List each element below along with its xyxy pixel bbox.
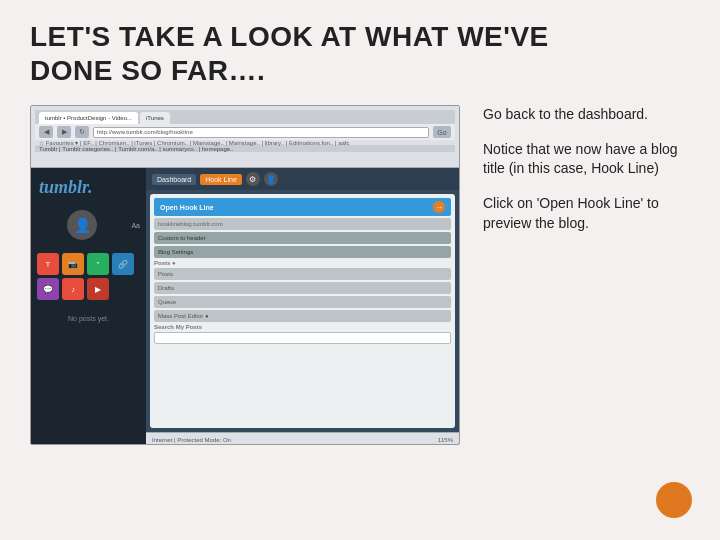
refresh-button[interactable]: ↻ xyxy=(75,126,89,138)
tumblr-main: Dashboard Hook Line ⚙ 👤 Open Hook Line → xyxy=(146,168,459,445)
post-type-photo[interactable]: 📷 xyxy=(62,253,84,275)
post-type-text[interactable]: T xyxy=(37,253,59,275)
instruction-text-3: Click on 'Open Hook Line' to preview the… xyxy=(483,195,659,231)
tumblr-topbar: Dashboard Hook Line ⚙ 👤 xyxy=(146,168,459,190)
tumblr-content: tumblr. 👤 Aa T 📷 " 🔗 💬 ♪ ▶ xyxy=(31,168,459,445)
post-type-link[interactable]: 🔗 xyxy=(112,253,134,275)
toolbar2: Tumblr | Tumblr categories.. | Tumblr.co… xyxy=(39,146,233,152)
browser-screenshot: tumblr • ProductDesign - Video... iTunes… xyxy=(30,105,460,445)
content-area: tumblr • ProductDesign - Video... iTunes… xyxy=(30,105,690,445)
orange-circle-decoration xyxy=(656,482,692,518)
settings-icon[interactable]: ⚙ xyxy=(246,172,260,186)
browser-tab-0[interactable]: tumblr • ProductDesign - Video... xyxy=(39,112,138,124)
browser-chrome: tumblr • ProductDesign - Video... iTunes… xyxy=(31,106,459,168)
browser-tabs-bar: tumblr • ProductDesign - Video... iTunes xyxy=(35,110,455,124)
zoom-level: 115% xyxy=(438,437,453,443)
instruction-text-1: Go back to the dashboard. xyxy=(483,106,648,122)
status-bar: Internet | Protected Mode: On 115% xyxy=(146,432,459,445)
drafts-item[interactable]: Drafts xyxy=(154,282,451,294)
address-bar[interactable]: http://www.tumblr.com/blog/hookline xyxy=(93,127,429,138)
queue-item[interactable]: Queue xyxy=(154,296,451,308)
tab-label-0: tumblr • ProductDesign - Video... xyxy=(45,115,132,121)
forward-button[interactable]: ▶ xyxy=(57,126,71,138)
posts-item[interactable]: Posts xyxy=(154,268,451,280)
no-posts-label: No posts yet. xyxy=(31,305,146,332)
post-type-quote[interactable]: " xyxy=(87,253,109,275)
custom-header-item[interactable]: Custom to header xyxy=(154,232,451,244)
post-type-video[interactable]: ▶ xyxy=(87,278,109,300)
panel-arrow-icon: → xyxy=(433,201,445,213)
title-line1: LET'S TAKE A LOOK AT WHAT WE'VE xyxy=(30,21,549,52)
search-posts-input[interactable] xyxy=(154,332,451,344)
back-button[interactable]: ◀ xyxy=(39,126,53,138)
blog-url-item: hooklineblog.tumblr.com xyxy=(154,218,451,230)
blog-settings-item[interactable]: Blog Settings xyxy=(154,246,451,258)
open-hook-line-row[interactable]: Open Hook Line → xyxy=(154,198,451,216)
post-types: T 📷 " 🔗 💬 ♪ ▶ xyxy=(31,248,146,305)
hook-line-btn[interactable]: Hook Line xyxy=(200,174,242,185)
url-text: http://www.tumblr.com/blog/hookline xyxy=(97,129,193,135)
go-button[interactable]: Go xyxy=(433,126,451,138)
post-type-chat[interactable]: 💬 xyxy=(37,278,59,300)
blog-settings-label: Blog Settings xyxy=(158,249,193,255)
mass-post-editor-item[interactable]: Mass Post Editor ● xyxy=(154,310,451,322)
posts-section-title: Posts ● xyxy=(154,260,451,266)
page-container: LET'S TAKE A LOOK AT WHAT WE'VE DONE SO … xyxy=(0,0,720,540)
browser-tab-1[interactable]: iTunes xyxy=(140,112,170,124)
tab-label-1: iTunes xyxy=(146,115,164,121)
page-title: LET'S TAKE A LOOK AT WHAT WE'VE DONE SO … xyxy=(30,20,690,87)
custom-header-label: Custom to header xyxy=(158,235,206,241)
browser-toolbar: ◀ ▶ ↻ http://www.tumblr.com/blog/hooklin… xyxy=(35,124,455,140)
tumblr-logo: tumblr. xyxy=(31,173,146,202)
panel-title: Open Hook Line xyxy=(160,204,214,211)
tumblr-sidebar: tumblr. 👤 Aa T 📷 " 🔗 💬 ♪ ▶ xyxy=(31,168,146,445)
right-panel: Go back to the dashboard. Notice that we… xyxy=(478,105,690,233)
tumblr-panel: Open Hook Line → hooklineblog.tumblr.com… xyxy=(150,194,455,428)
instruction-1: Go back to the dashboard. xyxy=(483,105,685,125)
post-type-audio[interactable]: ♪ xyxy=(62,278,84,300)
aa-label: Aa xyxy=(131,222,140,229)
search-label: Search My Posts xyxy=(154,324,451,330)
user-avatar: 👤 xyxy=(67,210,97,240)
instruction-2: Notice that we now have a blog title (in… xyxy=(483,140,685,179)
dashboard-btn[interactable]: Dashboard xyxy=(152,174,196,185)
instruction-text-2: Notice that we now have a blog title (in… xyxy=(483,141,678,177)
instruction-3: Click on 'Open Hook Line' to preview the… xyxy=(483,194,685,233)
status-text: Internet | Protected Mode: On xyxy=(152,437,231,443)
user-icon[interactable]: 👤 xyxy=(264,172,278,186)
title-line2: DONE SO FAR…. xyxy=(30,55,265,86)
